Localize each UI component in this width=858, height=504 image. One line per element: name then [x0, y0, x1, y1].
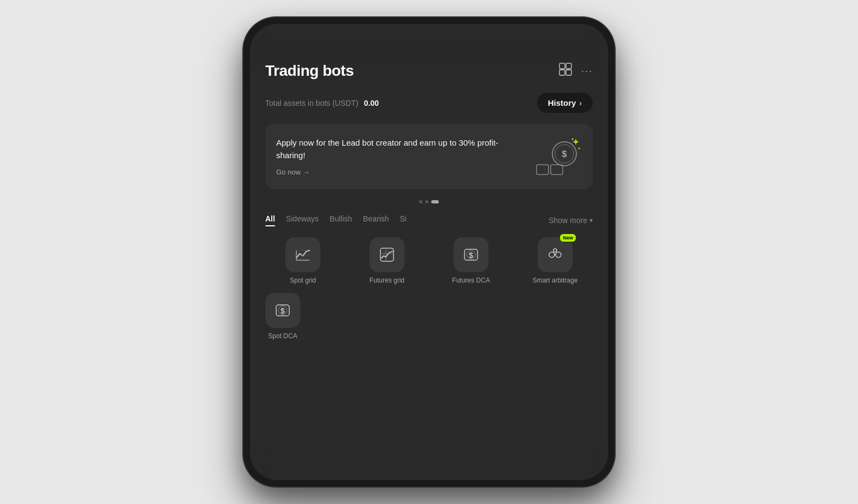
svg-rect-3 [566, 70, 571, 75]
svg-rect-5 [551, 165, 563, 175]
new-badge: New [560, 234, 576, 242]
spot-grid-label: Spot grid [290, 277, 316, 284]
svg-rect-4 [537, 165, 549, 175]
spot-dca-icon: $ [274, 302, 291, 319]
svg-text:$: $ [469, 251, 473, 260]
pagination-dots [265, 200, 593, 203]
smart-arb-label: Smart arbitrage [533, 277, 578, 284]
futures-dca-icon-wrap: $ [454, 237, 488, 272]
promo-illustration: $ [534, 136, 581, 177]
futures-dca-label: Futures DCA [452, 277, 490, 284]
svg-point-24 [549, 252, 555, 257]
blur-left-overlay [250, 24, 266, 480]
show-more-label: Show more [549, 216, 587, 225]
screen-content: Trading bots ··· [250, 24, 608, 480]
smart-arb-icon-wrap: New [538, 237, 573, 272]
bot-futures-dca[interactable]: $ Futures DCA [433, 237, 509, 284]
tab-bearish[interactable]: Bearish [363, 214, 389, 226]
futures-grid-label: Futures grid [370, 277, 404, 284]
tab-all[interactable]: All [265, 214, 275, 226]
assets-label: Total assets in bots (USDT) [265, 99, 358, 107]
svg-point-11 [571, 138, 573, 140]
blur-right-overlay [592, 24, 608, 480]
svg-point-10 [578, 147, 580, 149]
blur-bottom-overlay [250, 447, 608, 480]
svg-text:$: $ [281, 307, 285, 315]
tab-si[interactable]: Si [400, 214, 407, 226]
promo-title: Apply now for the Lead bot creator and e… [276, 137, 524, 161]
spot-dca-label: Spot DCA [268, 332, 297, 340]
svg-text:$: $ [562, 149, 567, 159]
svg-point-25 [556, 252, 561, 257]
svg-rect-2 [559, 70, 565, 75]
bot-smart-arb[interactable]: New Smart arbitrage [517, 237, 593, 284]
filter-tabs: All Sideways Bullish Bearish Si [265, 214, 593, 226]
bot-row2: $ Spot DCA [265, 293, 593, 340]
assets-row: Total assets in bots (USDT) 0.00 History… [265, 93, 593, 113]
assets-value: 0.00 [364, 99, 379, 107]
spot-dca-icon-wrap: $ [265, 293, 300, 328]
promo-link-text: Go now [276, 168, 301, 176]
spot-grid-icon-wrap [285, 237, 320, 272]
history-chevron-icon: › [579, 99, 582, 107]
smart-arb-icon [546, 246, 564, 263]
dot-2 [425, 200, 428, 203]
bot-spot-grid[interactable]: Spot grid [265, 237, 341, 284]
dot-1 [419, 200, 422, 203]
history-button[interactable]: History › [537, 93, 593, 113]
blur-top-overlay [250, 24, 608, 68]
bot-spot-dca[interactable]: $ Spot DCA [265, 293, 300, 340]
futures-grid-icon [378, 246, 396, 263]
dot-3-active [431, 200, 439, 203]
tab-sideways[interactable]: Sideways [286, 214, 319, 226]
spot-grid-icon [294, 246, 312, 263]
assets-info: Total assets in bots (USDT) 0.00 [265, 98, 379, 108]
promo-icon-area: $ [533, 135, 582, 178]
promo-link[interactable]: Go now → [276, 168, 524, 176]
promo-banner[interactable]: Apply now for the Lead bot creator and e… [265, 124, 593, 189]
svg-point-26 [553, 249, 557, 252]
history-button-label: History [548, 98, 576, 107]
futures-grid-icon-wrap [370, 237, 404, 272]
show-more-button[interactable]: Show more ▾ [549, 216, 593, 225]
tab-bullish[interactable]: Bullish [330, 214, 352, 226]
phone-frame: Trading bots ··· [243, 17, 615, 487]
futures-dca-icon: $ [462, 246, 480, 263]
promo-text-area: Apply now for the Lead bot creator and e… [276, 137, 533, 176]
promo-link-arrow: → [303, 168, 310, 176]
phone-wrapper: Trading bots ··· [243, 17, 615, 487]
screen: Trading bots ··· [250, 24, 608, 480]
bot-futures-grid[interactable]: Futures grid [349, 237, 425, 284]
bot-grid: Spot grid Futures grid [265, 237, 593, 284]
